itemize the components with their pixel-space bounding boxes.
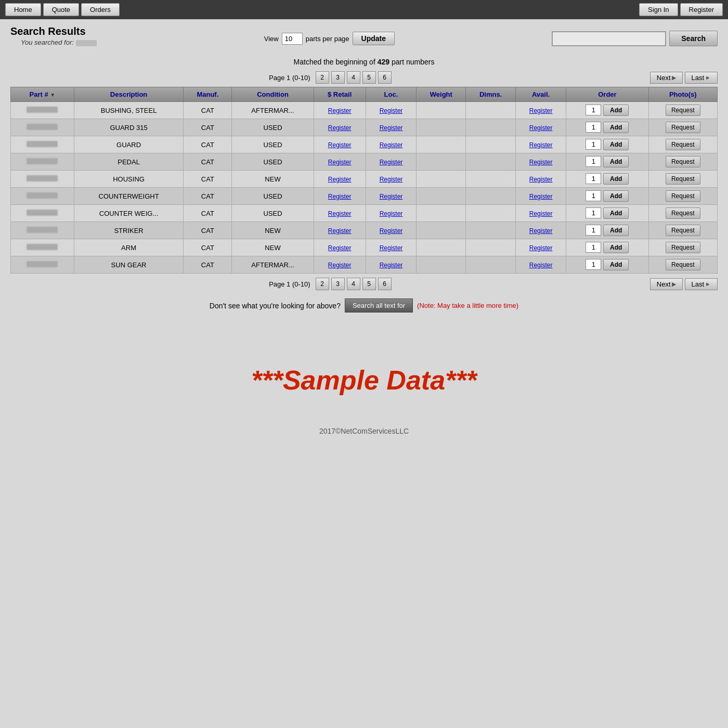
retail-cell[interactable]: Register [314,136,366,153]
request-button[interactable]: Request [666,242,700,253]
add-button[interactable]: Add [603,105,629,116]
avail-cell[interactable]: Register [515,239,566,256]
avail-cell[interactable]: Register [515,153,566,171]
page-5-btn-top[interactable]: 5 [362,71,376,84]
avail-cell[interactable]: Register [515,171,566,188]
last-button-bottom[interactable]: Last ► [685,278,718,290]
qty-input[interactable] [586,190,601,201]
next-button-top[interactable]: Next ▶ [650,72,683,84]
home-button[interactable]: Home [5,3,41,16]
page-3-btn-top[interactable]: 3 [331,71,345,84]
request-button[interactable]: Request [666,122,700,133]
pagination-bottom: Page 1 (0-10) 2 3 4 5 6 Next ▶ Last ► [10,278,718,290]
page-4-btn-bottom[interactable]: 4 [347,278,360,290]
condition-cell: USED [232,153,314,171]
add-button[interactable]: Add [603,173,629,185]
retail-cell[interactable]: Register [314,102,366,119]
avail-cell[interactable]: Register [515,256,566,274]
retail-cell[interactable]: Register [314,188,366,205]
add-button[interactable]: Add [603,190,629,202]
qty-input[interactable] [586,242,601,253]
orders-button[interactable]: Orders [81,3,120,16]
loc-cell[interactable]: Register [366,119,417,136]
loc-cell[interactable]: Register [366,136,417,153]
add-button[interactable]: Add [603,225,629,236]
col-retail: $ Retail [314,87,366,102]
request-button[interactable]: Request [666,190,700,202]
avail-cell[interactable]: Register [515,188,566,205]
add-button[interactable]: Add [603,259,629,270]
retail-cell[interactable]: Register [314,171,366,188]
search-button[interactable]: Search [669,31,718,46]
page-4-btn-top[interactable]: 4 [347,71,360,84]
request-button[interactable]: Request [666,259,700,270]
qty-input[interactable] [586,122,601,133]
loc-cell[interactable]: Register [366,222,417,239]
qty-input[interactable] [586,259,601,270]
retail-cell[interactable]: Register [314,222,366,239]
qty-input[interactable] [586,156,601,167]
weight-cell [417,153,466,171]
table-row: COUNTER WEIG...CATUSEDRegisterRegisterRe… [11,205,718,222]
loc-cell[interactable]: Register [366,153,417,171]
retail-cell[interactable]: Register [314,239,366,256]
retail-cell[interactable]: Register [314,153,366,171]
loc-cell[interactable]: Register [366,188,417,205]
page-6-btn-bottom[interactable]: 6 [378,278,392,290]
qty-input[interactable] [586,105,601,115]
loc-cell[interactable]: Register [366,102,417,119]
avail-cell[interactable]: Register [515,205,566,222]
loc-cell[interactable]: Register [366,171,417,188]
qty-input[interactable] [586,139,601,150]
loc-cell[interactable]: Register [366,205,417,222]
retail-cell[interactable]: Register [314,205,366,222]
search-right-area: Search [552,31,718,46]
footer: 2017©NetComServicesLLC [0,427,728,446]
page-2-btn-bottom[interactable]: 2 [316,278,329,290]
pagination-center-top: Page 1 (0-10) 2 3 4 5 6 [269,71,392,84]
avail-cell[interactable]: Register [515,136,566,153]
request-button[interactable]: Request [666,225,700,236]
next-button-bottom[interactable]: Next ▶ [650,278,683,290]
add-button[interactable]: Add [603,139,629,150]
retail-cell[interactable]: Register [314,256,366,274]
avail-cell[interactable]: Register [515,102,566,119]
search-input[interactable] [552,31,666,46]
page-nav-right-top: Next ▶ Last ► [650,72,718,84]
add-button[interactable]: Add [603,242,629,253]
photos-cell: Request [648,171,718,188]
request-button[interactable]: Request [666,156,700,167]
last-button-top[interactable]: Last ► [685,72,718,84]
register-button[interactable]: Register [680,3,723,16]
col-description: Description [74,87,183,102]
page-3-btn-bottom[interactable]: 3 [331,278,345,290]
qty-input[interactable] [586,207,601,218]
loc-cell[interactable]: Register [366,239,417,256]
request-button[interactable]: Request [666,173,700,185]
add-button[interactable]: Add [603,156,629,167]
request-button[interactable]: Request [666,105,700,116]
page-5-btn-bottom[interactable]: 5 [362,278,376,290]
avail-cell[interactable]: Register [515,222,566,239]
manuf-cell: CAT [184,136,232,153]
add-button[interactable]: Add [603,122,629,133]
avail-cell[interactable]: Register [515,119,566,136]
loc-cell[interactable]: Register [366,256,417,274]
retail-cell[interactable]: Register [314,119,366,136]
update-button[interactable]: Update [353,32,395,45]
per-page-input[interactable] [282,33,303,45]
col-condition: Condition [232,87,314,102]
page-2-btn-top[interactable]: 2 [316,71,329,84]
qty-input[interactable] [586,225,601,236]
page-6-btn-top[interactable]: 6 [378,71,392,84]
quote-button[interactable]: Quote [43,3,79,16]
signin-button[interactable]: Sign In [639,3,678,16]
qty-input[interactable] [586,173,601,184]
request-button[interactable]: Request [666,139,700,150]
description-cell: HOUSING [74,171,183,188]
add-button[interactable]: Add [603,207,629,219]
search-all-text-button[interactable]: Search all text for [345,298,413,313]
request-button[interactable]: Request [666,207,700,219]
weight-cell [417,102,466,119]
weight-cell [417,205,466,222]
